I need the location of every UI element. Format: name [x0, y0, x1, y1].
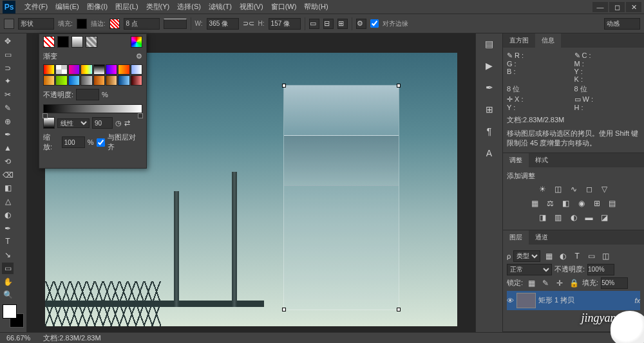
gradient-preset[interactable]	[43, 64, 55, 75]
stroke-weight-input[interactable]: 8 点	[124, 18, 160, 30]
gradient-type-icon[interactable]	[43, 117, 55, 129]
adj-brightness-icon[interactable]: ☀	[537, 183, 549, 195]
gradient-preset[interactable]	[106, 64, 117, 75]
stroke-style-dropdown[interactable]	[164, 19, 187, 29]
shape-layer[interactable]	[283, 85, 399, 310]
blend-mode-dropdown[interactable]: 正常	[507, 264, 552, 275]
align-button[interactable]: ⊟	[323, 19, 334, 29]
adj-poster-icon[interactable]: ▥	[553, 212, 564, 223]
arrange-button[interactable]: ⊞	[337, 19, 348, 29]
tool-shape[interactable]: ▭	[2, 263, 14, 274]
adj-invert-icon[interactable]: ◨	[537, 212, 549, 223]
gradient-preset[interactable]	[55, 64, 67, 75]
layer-row[interactable]: 👁 矩形 1 拷贝 fx	[507, 291, 640, 310]
tool-zoom[interactable]: 🔍	[2, 289, 14, 301]
gradient-preset[interactable]	[55, 75, 67, 86]
gradient-preset[interactable]	[106, 75, 117, 86]
tool-hand[interactable]: ✋	[2, 276, 14, 288]
menu-view[interactable]: 视图(V)	[236, 2, 267, 12]
adj-lookup-icon[interactable]: ▤	[607, 198, 618, 209]
layer-name[interactable]: 矩形 1 拷贝	[538, 295, 574, 305]
tool-heal[interactable]: ⊕	[2, 116, 14, 127]
adj-levels-icon[interactable]: ◫	[553, 183, 564, 195]
shape-mode-dropdown[interactable]: 形状	[18, 18, 54, 30]
layer-filter-dropdown[interactable]: 类型	[513, 250, 540, 262]
adj-threshold-icon[interactable]: ◐	[568, 212, 580, 223]
gradient-type-dropdown[interactable]: 线性	[57, 118, 90, 128]
tab-info[interactable]: 信息	[535, 33, 561, 48]
tab-adjustments[interactable]: 调整	[503, 153, 529, 167]
menu-file[interactable]: 文件(F)	[21, 2, 52, 12]
adj-vibrance-icon[interactable]: ▽	[599, 183, 611, 195]
adj-bw-icon[interactable]: ◧	[560, 198, 572, 209]
tool-eyedropper[interactable]: ✎	[2, 102, 14, 114]
dock-actions-icon[interactable]: ▶	[482, 58, 497, 73]
menu-edit[interactable]: 编辑(E)	[52, 2, 83, 12]
adj-hue-icon[interactable]: ▦	[529, 198, 541, 209]
dock-history-icon[interactable]: ▤	[482, 36, 497, 51]
filter-type-icon[interactable]: T	[571, 250, 583, 262]
color-picker-swatch[interactable]	[131, 36, 142, 48]
menu-layer[interactable]: 图层(L)	[111, 2, 142, 12]
tool-path[interactable]: ↘	[2, 249, 14, 261]
tab-histogram[interactable]: 直方图	[503, 33, 535, 48]
gradient-editor-panel[interactable]: 渐变⚙ 不透明度: % 线性 ◷ ⇄ 缩放: % 与图层对齐	[39, 33, 147, 169]
gradient-preset[interactable]	[93, 64, 105, 75]
filter-pixel-icon[interactable]: ▦	[543, 250, 554, 262]
dock-character-icon[interactable]: A	[482, 145, 497, 161]
adj-mixer-icon[interactable]: ⊞	[591, 198, 603, 209]
adj-selective-icon[interactable]: ◪	[599, 212, 611, 223]
tool-dodge[interactable]: ◐	[2, 209, 14, 221]
lock-trans-icon[interactable]: ▦	[526, 277, 537, 289]
tool-eraser[interactable]: ⌫	[2, 169, 14, 181]
gradient-angle-input[interactable]	[92, 117, 113, 129]
transform-handle[interactable]	[282, 308, 286, 311]
tool-pen[interactable]: ✒	[2, 223, 14, 234]
menu-image[interactable]: 图像(I)	[83, 2, 111, 12]
filter-shape-icon[interactable]: ▭	[585, 250, 597, 262]
gradient-preset[interactable]	[43, 75, 55, 86]
tab-layers[interactable]: 图层	[503, 230, 529, 245]
tool-gradient[interactable]: ◧	[2, 182, 14, 194]
path-ops-button[interactable]: ▭	[309, 19, 319, 29]
opacity-input[interactable]	[587, 264, 614, 275]
filter-smart-icon[interactable]: ◫	[600, 250, 611, 262]
adj-curves-icon[interactable]: ∿	[568, 183, 580, 195]
menu-window[interactable]: 窗口(W)	[267, 2, 301, 12]
gradient-preset[interactable]	[68, 64, 80, 75]
gradient-preset[interactable]	[68, 75, 80, 86]
tab-channels[interactable]: 通道	[529, 230, 554, 245]
transform-handle[interactable]	[397, 84, 401, 88]
gradient-preset[interactable]	[131, 64, 142, 75]
tool-stamp[interactable]: ▲	[2, 142, 14, 154]
tool-wand[interactable]: ✦	[2, 75, 14, 87]
menu-type[interactable]: 类型(Y)	[142, 2, 174, 12]
fill-swatch[interactable]	[77, 19, 87, 29]
lock-pos-icon[interactable]: ✛	[554, 277, 565, 289]
dock-paragraph-icon[interactable]: ¶	[482, 124, 497, 139]
dock-swatches-icon[interactable]: ⊞	[482, 102, 497, 117]
fill-pattern-swatch[interactable]	[86, 36, 97, 48]
gradient-ramp[interactable]	[43, 104, 142, 113]
gradient-stop[interactable]	[43, 113, 48, 118]
adj-balance-icon[interactable]: ⚖	[545, 198, 556, 209]
grad-opacity-input[interactable]	[76, 89, 99, 100]
fill-solid-swatch[interactable]	[57, 36, 69, 48]
layer-fx-label[interactable]: fx	[634, 297, 640, 304]
gradient-preset[interactable]	[131, 75, 142, 86]
align-layer-checkbox[interactable]	[97, 138, 105, 147]
tab-styles[interactable]: 样式	[529, 153, 554, 167]
tool-lasso[interactable]: ⊃	[2, 62, 14, 74]
gradient-stop[interactable]	[138, 113, 143, 118]
lock-all-icon[interactable]: 🔒	[568, 277, 580, 289]
tool-type[interactable]: T	[2, 236, 14, 247]
fill-input[interactable]	[601, 277, 628, 289]
gradient-preset[interactable]	[80, 75, 92, 86]
tool-blur[interactable]: △	[2, 196, 14, 207]
tool-marquee[interactable]: ▭	[2, 49, 14, 60]
fg-color-swatch[interactable]	[3, 304, 17, 319]
tool-history[interactable]: ⟲	[2, 156, 14, 167]
gradient-preset[interactable]	[93, 75, 105, 86]
adj-gradmap-icon[interactable]: ▬	[583, 212, 595, 223]
gradient-preset[interactable]	[118, 75, 129, 86]
